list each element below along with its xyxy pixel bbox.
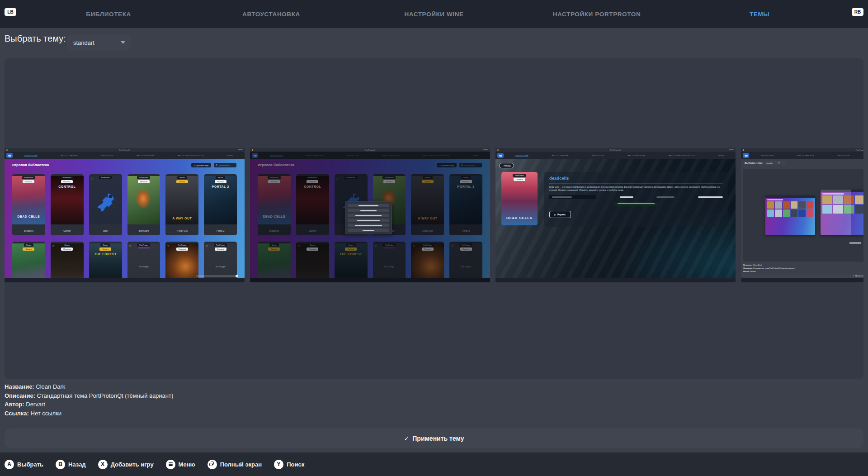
mini-preview-container (743, 169, 863, 262)
theme-screenshot-library[interactable]: PortProtonQt БИБЛИОТЕКААВТОУСТАНОВКАЭМУЛ… (5, 148, 245, 282)
chevron-down-icon (114, 41, 131, 44)
theme-link-row: Ссылка: Нет ссылки (5, 409, 173, 418)
mini-cover-title: THE FOREST (89, 252, 122, 256)
mini-cover-tile (807, 209, 813, 217)
mini-platform-badge: PortProton (513, 174, 526, 177)
mini-window-controls (483, 149, 488, 150)
mini-platform-badge: PortProton (175, 243, 189, 247)
mini-tab: ТЕМЫ (227, 154, 233, 157)
mini-details-panel: deadcells Dead Cells — это экшен-платфор… (544, 172, 728, 227)
mini-tab: НАСТРОЙКИ WINE (627, 154, 645, 157)
tab-library[interactable]: БИБЛИОТЕКА (27, 0, 190, 28)
mini-back-button: Назад (499, 163, 514, 168)
mini-navbar: БИБЛИОТЕКААВТОУСТАНОВКАЭМУЛЯТОРЫНАСТРОЙК… (495, 152, 736, 159)
mini-details-body: Назад PortProton Платина DEAD CELLS dead… (495, 159, 736, 282)
mini-platform-badge: PortProton (61, 176, 74, 179)
top-navbar: LB БИБЛИОТЕКА АВТОУСТАНОВКА НАСТРОЙКИ WI… (0, 0, 868, 28)
theme-select-label: Выбрать тему: (5, 33, 66, 44)
theme-screenshot-themes-page[interactable]: PortProtonQt БИБЛИОТЕКААВТОУСТАНОВКАЭМУЛ… (741, 148, 863, 282)
mini-tab: БИБЛИОТЕКА (24, 154, 38, 157)
mini-caption-bar (849, 242, 861, 244)
apply-theme-button[interactable]: ✓ Применить тему (5, 428, 863, 448)
mini-tab: ТЕМЫ (718, 154, 724, 157)
mini-game-card: SteamЗолотоA WAY OUTA Way Out (165, 174, 198, 235)
mini-rating-badge: Золото (176, 180, 188, 183)
gamepad-rb-badge[interactable]: RB (852, 8, 863, 16)
star-icon: ☆ (205, 244, 208, 248)
mini-rating-badge: Платина (176, 248, 188, 251)
search-icon (216, 164, 217, 166)
tab-portproton-settings[interactable]: НАСТРОЙКИ PORTPROTON (515, 0, 678, 28)
theme-select-value: standart (73, 39, 114, 46)
tab-autoinstall[interactable]: АВТОУСТАНОВКА (190, 0, 353, 28)
fullscreen-icon (208, 460, 217, 469)
mini-rating-badge: Платина (138, 180, 150, 183)
mini-cover-tile (807, 201, 813, 209)
gamepad-x-icon: X (98, 460, 108, 469)
theme-preview-carousel: PortProtonQt БИБЛИОТЕКААВТОУСТАНОВКАЭМУЛ… (5, 58, 863, 379)
mini-platform-badge: PortProton (214, 243, 227, 247)
mini-game-title: deadcells (549, 176, 728, 181)
mini-cover-tile (855, 205, 863, 214)
mini-cover-tile (833, 205, 843, 214)
mini-cover-title: PORTAL 2 (204, 185, 237, 188)
mini-tab: ЭМУЛЯТОРЫ (101, 154, 113, 157)
mini-cover-tile (844, 195, 854, 204)
mini-play-button: ▶Играть (549, 211, 571, 218)
mini-menu-item (348, 224, 389, 227)
mini-cover-title: CONTROL (51, 185, 84, 188)
mini-game-description: Dead Cells — это экшен-платформер и метр… (549, 186, 723, 192)
mini-window-controls (729, 149, 734, 150)
mini-themes-body: Выбрать тему: standart Название: Clean D… (741, 159, 863, 282)
checkmark-icon: ✓ (404, 435, 410, 442)
gamepad-logo-icon (743, 153, 749, 158)
mini-apply-button: ✓Применить тему (743, 274, 863, 278)
gamepad-a-icon: A (5, 460, 14, 469)
mini-rating-badge: Платина (61, 180, 73, 183)
search-placeholder-bar (219, 165, 230, 166)
mini-cover-tile (775, 201, 782, 209)
mini-cover-tile (855, 195, 863, 204)
mini-statusbar (741, 278, 863, 282)
mini-cover-tile (767, 209, 774, 217)
gamepad-lb-badge[interactable]: LB (5, 8, 16, 16)
mini-theme-select-dropdown: standart (764, 161, 786, 165)
gamepad-y-icon: Y (274, 460, 283, 469)
mini-platform-badge: Steam (216, 176, 226, 179)
mini-search-field (214, 163, 236, 167)
mini-navbar: БИБЛИОТЕКААВТОУСТАНОВКАЭМУЛЯТОРЫНАСТРОЙК… (741, 152, 863, 159)
mini-add-game-button: +Добавить игру (191, 163, 211, 167)
mini-rating-badge: Золото (99, 248, 111, 251)
mini-titlebar: PortProtonQt (741, 148, 863, 152)
mini-rating-badge (138, 248, 150, 248)
tab-wine-settings[interactable]: НАСТРОЙКИ WINE (353, 0, 515, 28)
chevron-down-icon (778, 162, 780, 164)
theme-author-row: Автор: Dervart (5, 400, 173, 409)
mini-platform-badge: Steam (100, 243, 110, 247)
mini-tab: ЭМУЛЯТОРЫ (592, 154, 604, 157)
mini-game-card: ☆SteamПлатинаBUCKSHOTBuckshot (51, 242, 84, 282)
theme-select-dropdown[interactable]: standart (67, 35, 131, 50)
mini-preview-shot-small (765, 195, 815, 235)
tab-themes[interactable]: ТЕМЫ (678, 0, 841, 28)
mini-cover-tile (798, 209, 805, 217)
mini-cover-tile (767, 201, 774, 209)
no-image-label: No Image (127, 265, 160, 268)
mini-menu-item (348, 214, 389, 217)
theme-screenshot-context-menu[interactable]: PortProtonQt БИБЛИОТЕКААВТОУСТАНОВКАЭМУЛ… (250, 148, 490, 282)
mini-cover-title: A WAY OUT (165, 217, 198, 220)
mini-tab: НАСТРОЙКИ PORTPROTON (669, 154, 695, 157)
mini-window-controls (238, 149, 243, 150)
mini-rating-badge: Платина (215, 248, 226, 251)
theme-description-row: Описание: Стандартная тема PortProtonQt … (5, 391, 173, 400)
mini-tab: АВТОУСТАНОВКА (61, 154, 77, 157)
mini-window-title: PortProtonQt (250, 149, 490, 151)
theme-screenshot-game-details[interactable]: PortProtonQt БИБЛИОТЕКААВТОУСТАНОВКАЭМУЛ… (495, 148, 736, 282)
mini-game-card: ☆PortProtonзаря (89, 174, 122, 235)
mini-theme-select-label: Выбрать тему: (745, 162, 763, 164)
no-image-label: No Image (204, 265, 237, 268)
mini-tab: НАСТРОЙКИ PORTPROTON (178, 154, 204, 157)
mini-rating-badge: Платина (61, 248, 73, 251)
mini-cover-title: DEAD CELLS (12, 215, 45, 218)
mini-game-name: A Way Out (165, 224, 198, 235)
